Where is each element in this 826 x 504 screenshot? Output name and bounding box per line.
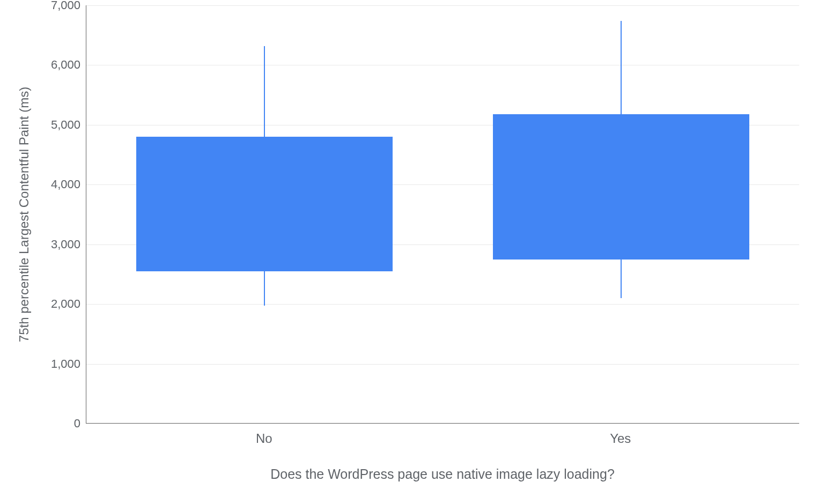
x-axis-ticks: NoYes <box>86 424 799 456</box>
y-axis-label: 75th percentile Largest Contentful Paint… <box>17 87 32 342</box>
y-tick-label: 1,000 <box>51 357 80 371</box>
whisker-high <box>621 21 622 114</box>
box <box>136 137 393 271</box>
box <box>493 114 749 260</box>
x-tick-label: No <box>256 431 272 446</box>
plot-wrap: NoYes Does the WordPress page use native… <box>86 5 815 499</box>
box-group <box>493 5 749 423</box>
whisker-low <box>621 260 622 298</box>
whisker-high <box>264 46 265 137</box>
y-tick-label: 3,000 <box>51 238 80 251</box>
chart-container: 75th percentile Largest Contentful Paint… <box>11 5 815 499</box>
y-axis-ticks: 01,0002,0003,0004,0005,0006,0007,000 <box>38 5 86 424</box>
box-group <box>136 5 393 423</box>
y-tick-label: 5,000 <box>51 118 80 132</box>
y-tick-label: 2,000 <box>51 297 80 311</box>
plot-area <box>86 5 799 424</box>
x-tick-label: Yes <box>610 431 631 446</box>
y-tick-label: 0 <box>74 417 80 431</box>
y-tick-label: 6,000 <box>51 58 80 72</box>
whisker-low <box>264 271 265 306</box>
y-tick-label: 4,000 <box>51 177 80 191</box>
y-axis-label-wrap: 75th percentile Largest Contentful Paint… <box>11 5 38 424</box>
y-tick-label: 7,000 <box>51 0 80 12</box>
x-axis-label: Does the WordPress page use native image… <box>86 466 799 482</box>
